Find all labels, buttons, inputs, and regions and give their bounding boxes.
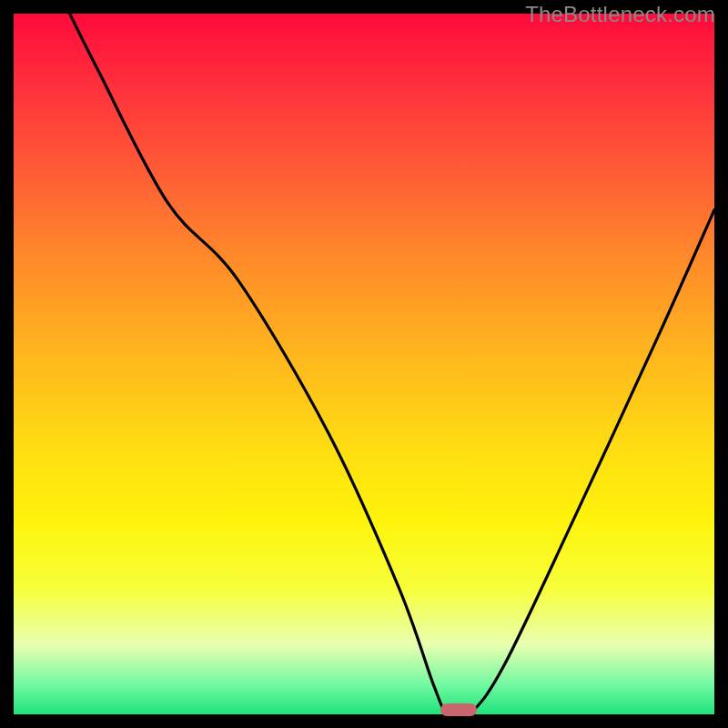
watermark-text: TheBottleneck.com: [525, 2, 715, 27]
bottleneck-curve: [14, 14, 714, 714]
chart-frame: TheBottleneck.com: [0, 0, 728, 728]
optimal-marker: [440, 703, 477, 716]
plot-area: [14, 14, 714, 714]
